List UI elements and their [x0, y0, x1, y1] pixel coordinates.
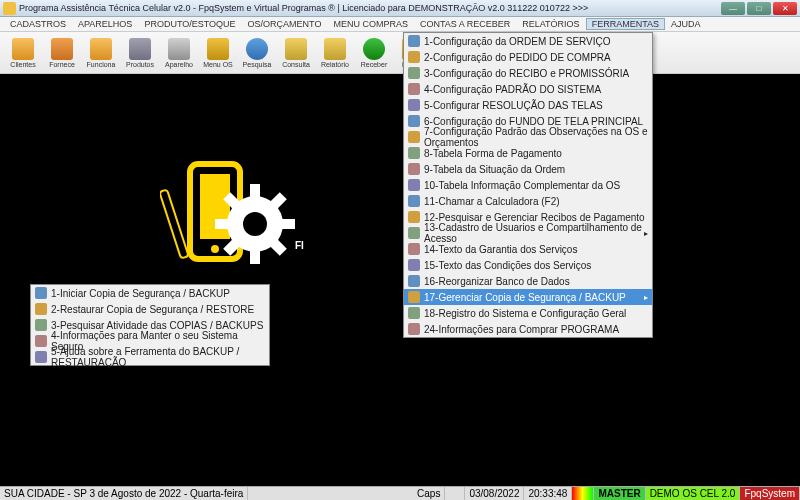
minimize-button[interactable]: — [721, 2, 745, 15]
svg-rect-6 [250, 184, 260, 198]
menu-item-icon [35, 303, 47, 315]
svg-rect-8 [215, 219, 229, 229]
menubar: CADASTROSAPARELHOSPRODUTO/ESTOQUEOS/ORÇA… [0, 17, 800, 32]
close-button[interactable]: ✕ [773, 2, 797, 15]
toolbar-receber[interactable]: Receber [355, 34, 393, 72]
funciona-icon [90, 38, 112, 60]
menu-item-icon [35, 335, 47, 347]
backup-item-5[interactable]: 5-Ajuda sobre a Ferramenta do BACKUP / R… [31, 349, 269, 365]
ferramentas-item-10[interactable]: 10-Tabela Informação Complementar da OS [404, 177, 652, 193]
submenu-arrow-icon: ▸ [644, 293, 648, 302]
menu-item-icon [408, 323, 420, 335]
submenu-arrow-icon: ▸ [644, 229, 648, 238]
window-title: Programa Assistência Técnica Celular v2.… [19, 3, 721, 13]
ferramentas-dropdown: 1-Configuração da ORDEM DE SERVIÇO2-Conf… [403, 32, 653, 338]
workspace: FI [0, 74, 800, 486]
menu-item-icon [408, 115, 420, 127]
menu-contasareceber[interactable]: CONTAS A RECEBER [414, 18, 516, 30]
menu-item-icon [35, 351, 47, 363]
menu-item-icon [408, 51, 420, 63]
menu-aparelhos[interactable]: APARELHOS [72, 18, 138, 30]
menu-cadastros[interactable]: CADASTROS [4, 18, 72, 30]
menu-ferramentas[interactable]: FERRAMENTAS [586, 18, 665, 30]
backup-item-2[interactable]: 2-Restaurar Copia de Segurança / RESTORE [31, 301, 269, 317]
toolbar-fornece[interactable]: Fornece [43, 34, 81, 72]
ferramentas-item-15[interactable]: 15-Texto das Condições dos Serviços [404, 257, 652, 273]
menu-item-icon [408, 131, 420, 143]
ferramentas-item-17[interactable]: 17-Gerenciar Copia de Segurança / BACKUP… [404, 289, 652, 305]
toolbar-clientes[interactable]: Clientes [4, 34, 42, 72]
svg-point-5 [243, 212, 267, 236]
toolbar-funciona[interactable]: Funciona [82, 34, 120, 72]
window-titlebar: Programa Assistência Técnica Celular v2.… [0, 0, 800, 17]
menu-item-icon [408, 163, 420, 175]
aparelho-icon [168, 38, 190, 60]
toolbar-relatório[interactable]: Relatório [316, 34, 354, 72]
svg-point-2 [211, 245, 219, 253]
menu-item-icon [408, 179, 420, 191]
menu-osoramento[interactable]: OS/ORÇAMENTO [242, 18, 328, 30]
menu-item-icon [408, 259, 420, 271]
consulta-icon [285, 38, 307, 60]
menu-item-icon [35, 319, 47, 331]
status-empty [445, 487, 465, 500]
menu-item-icon [408, 67, 420, 79]
ferramentas-item-18[interactable]: 18-Registro do Sistema e Configuração Ge… [404, 305, 652, 321]
ferramentas-item-9[interactable]: 9-Tabela da Situação da Ordem [404, 161, 652, 177]
menu-item-icon [408, 211, 420, 223]
toolbar-aparelho[interactable]: Aparelho [160, 34, 198, 72]
app-logo: FI [160, 154, 400, 304]
pesquisa-icon [246, 38, 268, 60]
ferramentas-item-2[interactable]: 2-Configuração do PEDIDO DE COMPRA [404, 49, 652, 65]
ferramentas-item-1[interactable]: 1-Configuração da ORDEM DE SERVIÇO [404, 33, 652, 49]
svg-rect-7 [250, 250, 260, 264]
ferramentas-item-19[interactable]: 24-Informações para Comprar PROGRAMA [404, 321, 652, 337]
svg-rect-9 [281, 219, 295, 229]
toolbar-pesquisa[interactable]: Pesquisa [238, 34, 276, 72]
status-demo: DEMO OS CEL 2.0 [646, 487, 741, 500]
produtos-icon [129, 38, 151, 60]
menu os-icon [207, 38, 229, 60]
maximize-button[interactable]: □ [747, 2, 771, 15]
status-caps: Caps [413, 487, 445, 500]
clientes-icon [12, 38, 34, 60]
svg-rect-1 [200, 174, 230, 239]
menu-item-icon [408, 35, 420, 47]
ferramentas-item-5[interactable]: 5-Configurar RESOLUÇÃO DAS TELAS [404, 97, 652, 113]
ferramentas-item-4[interactable]: 4-Configuração PADRÃO DO SISTEMA [404, 81, 652, 97]
menu-ajuda[interactable]: AJUDA [665, 18, 707, 30]
backup-item-1[interactable]: 1-Iniciar Copia de Segurança / BACKUP [31, 285, 269, 301]
menu-item-icon [408, 147, 420, 159]
svg-rect-3 [160, 189, 189, 258]
ferramentas-item-16[interactable]: 16-Reorganizar Banco de Dados [404, 273, 652, 289]
ferramentas-item-3[interactable]: 3-Configuração do RECIBO e PROMISSÓRIA [404, 65, 652, 81]
svg-text:FI: FI [295, 240, 304, 251]
status-date: 03/08/2022 [465, 487, 524, 500]
toolbar-consulta[interactable]: Consulta [277, 34, 315, 72]
status-time: 20:33:48 [524, 487, 572, 500]
menu-menucompras[interactable]: MENU COMPRAS [327, 18, 414, 30]
toolbar-menu os[interactable]: Menu OS [199, 34, 237, 72]
statusbar: SUA CIDADE - SP 3 de Agosto de 2022 - Qu… [0, 486, 800, 500]
menu-item-icon [408, 99, 420, 111]
status-indicator [572, 487, 594, 500]
menu-item-icon [408, 227, 420, 239]
menu-item-icon [408, 83, 420, 95]
ferramentas-item-7[interactable]: 7-Configuração Padrão das Observações na… [404, 129, 652, 145]
menu-item-icon [408, 195, 420, 207]
menu-relatrios[interactable]: RELATÓRIOS [516, 18, 585, 30]
toolbar-produtos[interactable]: Produtos [121, 34, 159, 72]
fornece-icon [51, 38, 73, 60]
toolbar: ClientesForneceFuncionaProdutosAparelhoM… [0, 32, 800, 74]
menu-item-icon [35, 287, 47, 299]
backup-submenu: 1-Iniciar Copia de Segurança / BACKUP2-R… [30, 284, 270, 366]
menu-item-icon [408, 243, 420, 255]
status-date-text: SUA CIDADE - SP 3 de Agosto de 2022 - Qu… [0, 487, 248, 500]
menu-item-icon [408, 275, 420, 287]
status-master: MASTER [594, 487, 645, 500]
status-brand: FpqSystem [740, 487, 800, 500]
menu-produtoestoque[interactable]: PRODUTO/ESTOQUE [138, 18, 241, 30]
ferramentas-item-11[interactable]: 11-Chamar a Calculadora (F2) [404, 193, 652, 209]
menu-item-icon [408, 291, 420, 303]
ferramentas-item-13[interactable]: 13-Cadastro de Usuarios e Compartilhamen… [404, 225, 652, 241]
